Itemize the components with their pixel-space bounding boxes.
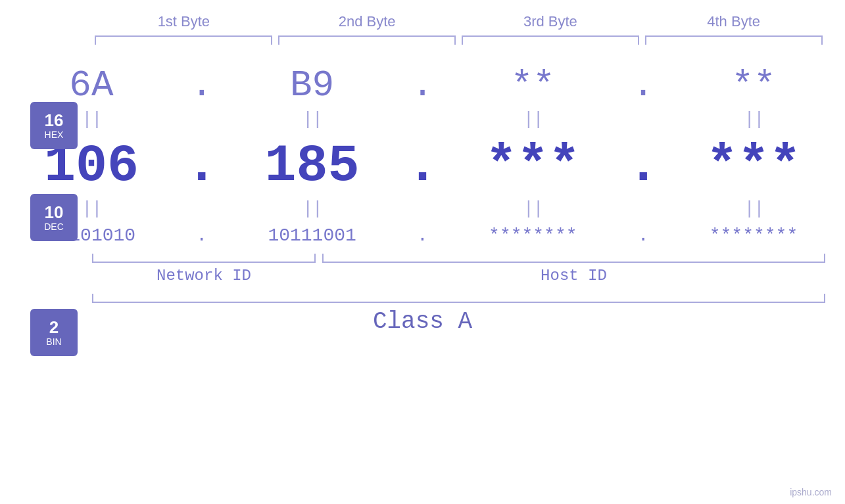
byte1-label: 1st Byte bbox=[95, 13, 272, 30]
watermark: ipshu.com bbox=[790, 487, 832, 497]
bin-byte3-value: ******** bbox=[489, 225, 577, 246]
equals-row-2: || || || || bbox=[0, 198, 845, 219]
dec-badge-name: DEC bbox=[44, 221, 64, 232]
equals-cell-3: || bbox=[444, 109, 621, 129]
bin-dot3: . bbox=[627, 225, 660, 246]
dec-badge: 10 DEC bbox=[30, 194, 78, 241]
id-labels: Network ID Host ID bbox=[0, 267, 845, 285]
dec-byte4-cell: *** bbox=[665, 136, 842, 196]
dec-byte2-cell: 185 bbox=[224, 136, 401, 196]
dec-byte1-cell: 106 bbox=[3, 136, 180, 196]
main-container: 1st Byte 2nd Byte 3rd Byte 4th Byte 16 H… bbox=[0, 0, 845, 504]
bin-badge-name: BIN bbox=[46, 336, 61, 347]
equals-cell-5: || bbox=[3, 198, 180, 219]
host-id-bracket bbox=[322, 254, 825, 263]
dec-byte2-value: 185 bbox=[265, 136, 360, 196]
bin-byte2-value: 10111001 bbox=[268, 225, 356, 246]
hex-byte4-value: ** bbox=[731, 64, 775, 106]
bin-byte3-cell: ******** bbox=[444, 225, 621, 246]
hex-byte4-cell: ** bbox=[665, 64, 842, 106]
network-id-bracket bbox=[92, 254, 316, 263]
hex-badge-num: 16 bbox=[45, 111, 64, 130]
bin-byte1-cell: 01101010 bbox=[3, 225, 180, 246]
equals-cell-4: || bbox=[665, 109, 842, 129]
bracket-byte1 bbox=[95, 35, 272, 45]
dec-dot1: . bbox=[185, 136, 218, 196]
top-brackets bbox=[0, 35, 845, 45]
byte2-label: 2nd Byte bbox=[278, 13, 456, 30]
bin-byte4-cell: ******** bbox=[665, 225, 842, 246]
hex-byte1-value: 6A bbox=[69, 64, 113, 106]
dec-byte3-cell: *** bbox=[444, 136, 621, 196]
hex-dot2: . bbox=[406, 64, 439, 106]
hex-dot3: . bbox=[627, 64, 660, 106]
bin-byte2-cell: 10111001 bbox=[224, 225, 401, 246]
equals-cell-8: || bbox=[665, 198, 842, 219]
equals-cell-2: || bbox=[224, 109, 401, 129]
equals-row-1: || || || || bbox=[0, 109, 845, 129]
bin-dot2: . bbox=[406, 225, 439, 246]
full-bottom-bracket-container bbox=[0, 294, 845, 303]
hex-dot1: . bbox=[185, 64, 218, 106]
host-id-label: Host ID bbox=[322, 267, 825, 285]
equals-cell-7: || bbox=[444, 198, 621, 219]
hex-badge: 16 HEX bbox=[30, 102, 78, 149]
equals-cell-1: || bbox=[3, 109, 180, 129]
equals-cell-6: || bbox=[224, 198, 401, 219]
dec-byte4-value: *** bbox=[706, 136, 801, 196]
dec-badge-num: 10 bbox=[45, 203, 64, 222]
dec-dot3: . bbox=[627, 136, 660, 196]
hex-byte1-cell: 6A bbox=[3, 64, 180, 106]
hex-byte2-cell: B9 bbox=[224, 64, 401, 106]
dec-dot2: . bbox=[406, 136, 439, 196]
bracket-byte4 bbox=[645, 35, 823, 45]
hex-byte3-value: ** bbox=[511, 64, 555, 106]
bin-badge-num: 2 bbox=[49, 318, 59, 337]
hex-badge-name: HEX bbox=[45, 129, 64, 140]
bracket-byte2 bbox=[278, 35, 456, 45]
bracket-byte3 bbox=[462, 35, 639, 45]
hex-byte2-value: B9 bbox=[290, 64, 334, 106]
dec-values-row: 106 . 185 . *** . *** bbox=[0, 136, 845, 196]
class-label-row: Class A bbox=[0, 308, 845, 335]
bin-badge: 2 BIN bbox=[30, 309, 78, 356]
bin-byte4-value: ******** bbox=[710, 225, 798, 246]
class-label: Class A bbox=[373, 308, 472, 335]
hex-byte3-cell: ** bbox=[444, 64, 621, 106]
bottom-brackets bbox=[0, 254, 845, 263]
bin-dot1: . bbox=[185, 225, 218, 246]
network-id-label: Network ID bbox=[92, 267, 316, 285]
byte3-label: 3rd Byte bbox=[462, 13, 639, 30]
bin-values-row: 01101010 . 10111001 . ******** . *******… bbox=[0, 225, 845, 246]
byte4-label: 4th Byte bbox=[645, 13, 823, 30]
dec-byte3-value: *** bbox=[485, 136, 580, 196]
hex-values-row: 6A . B9 . ** . ** bbox=[0, 64, 845, 106]
byte-headers: 1st Byte 2nd Byte 3rd Byte 4th Byte bbox=[0, 13, 845, 30]
full-bottom-bracket bbox=[92, 294, 825, 303]
